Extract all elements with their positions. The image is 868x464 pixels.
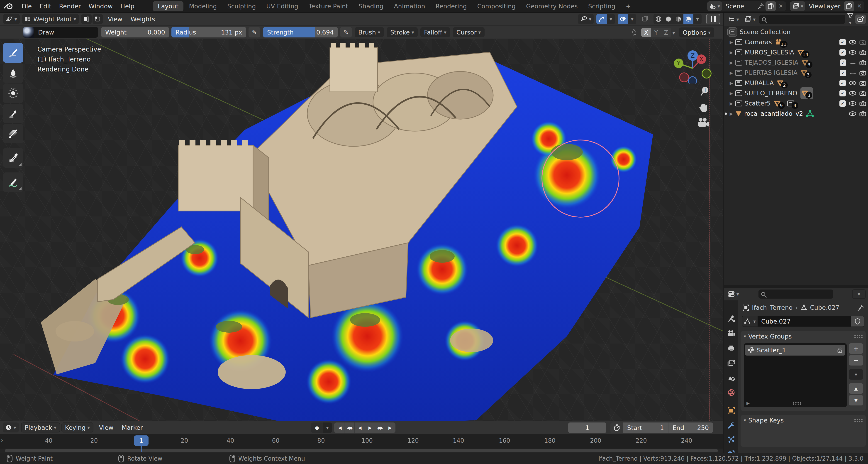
current-frame-field[interactable]: 1	[568, 423, 606, 433]
jump-to-end-button[interactable]: ▶|	[385, 423, 396, 433]
menu-window[interactable]: Window	[89, 3, 113, 10]
collection-checkbox[interactable]	[839, 80, 846, 86]
brush-thumbnail[interactable]	[23, 27, 34, 38]
enable-render-icon[interactable]	[859, 90, 866, 96]
shape-keys-panel-header[interactable]: ▾ Shape Keys	[741, 415, 866, 426]
tab-scene[interactable]	[726, 373, 736, 382]
mirror-x-toggle[interactable]: X	[641, 28, 651, 37]
hide-viewport-icon[interactable]	[849, 81, 856, 85]
vertex-group-item-scatter1[interactable]: Scatter_1	[745, 345, 845, 355]
tab-sculpting[interactable]: Sculpting	[222, 1, 261, 11]
disclosure-icon[interactable]: ▶	[727, 101, 735, 106]
scene-unlink-button[interactable]: ✕	[776, 1, 786, 11]
outliner-editor-type-button[interactable]	[726, 14, 741, 24]
jump-to-start-button[interactable]: |◀	[334, 423, 344, 433]
tab-object[interactable]	[726, 406, 736, 415]
mirror-y-toggle[interactable]: Y	[651, 28, 661, 37]
enable-render-icon[interactable]	[859, 80, 866, 86]
hide-viewport-icon[interactable]	[849, 101, 856, 106]
timeline-editor-type-button[interactable]	[3, 423, 19, 432]
shading-solid-button[interactable]	[663, 14, 674, 24]
tab-view-layer[interactable]	[726, 358, 736, 368]
enable-render-icon[interactable]	[859, 50, 866, 55]
tab-rendering[interactable]: Rendering	[431, 1, 472, 11]
properties-editor-type-button[interactable]	[726, 289, 740, 299]
viewport-canvas[interactable]: Camera Perspective (1) Ifach_Terreno Ren…	[0, 38, 723, 421]
next-keyframe-button[interactable]: ◆▶	[375, 423, 385, 433]
outliner-row-roca-acantilado[interactable]: ▶ roca_acantilado_v2	[724, 109, 868, 119]
tab-modeling[interactable]: Modeling	[184, 1, 222, 11]
panel-grip-icon[interactable]	[854, 335, 863, 338]
outliner-row-scene-collection[interactable]: Scene Collection	[724, 27, 868, 37]
tab-geometry-nodes[interactable]: Geometry Nodes	[521, 1, 583, 11]
vertex-groups-panel-header[interactable]: ▾ Vertex Groups	[741, 331, 866, 342]
breadcrumb-data-name[interactable]: Cube.027	[810, 304, 839, 311]
remove-vertex-group-button[interactable]: −	[849, 355, 863, 366]
play-button[interactable]: ▶	[365, 423, 375, 433]
collection-checkbox[interactable]	[839, 49, 846, 56]
timeline-marker-menu[interactable]: Marker	[122, 424, 143, 431]
strength-pressure-icon[interactable]: ✎	[340, 27, 352, 37]
collection-checkbox[interactable]	[839, 39, 846, 46]
shading-material-button[interactable]	[674, 14, 683, 24]
tab-world[interactable]	[726, 388, 736, 397]
menu-edit[interactable]: Edit	[39, 3, 51, 10]
pin-icon[interactable]	[858, 304, 864, 311]
hide-viewport-icon[interactable]	[849, 91, 856, 95]
collection-checkbox[interactable]	[839, 100, 846, 107]
xray-toggle[interactable]	[640, 14, 650, 24]
overlays-dropdown[interactable]	[628, 14, 636, 24]
tab-scripting[interactable]: Scripting	[583, 1, 620, 11]
gizmos-dropdown[interactable]	[607, 14, 615, 24]
preview-range-stopwatch-button[interactable]	[611, 423, 623, 433]
move-group-up-button[interactable]: ▲	[849, 383, 863, 394]
viewlayer-new-button[interactable]	[844, 1, 855, 11]
vertex-group-list[interactable]: Scatter_1 ▶	[744, 343, 847, 407]
radius-pressure-icon[interactable]: ✎	[249, 27, 260, 37]
stroke-panel-dropdown[interactable]: Stroke	[386, 27, 418, 37]
disclosure-icon[interactable]: ▶	[727, 50, 735, 55]
radius-slider[interactable]: Radius131 px	[172, 27, 246, 37]
tab-compositing[interactable]: Compositing	[472, 1, 521, 11]
tool-blur-button[interactable]	[3, 63, 23, 83]
strength-slider[interactable]: Strength0.694	[263, 27, 338, 37]
move-group-down-button[interactable]: ▼	[849, 395, 863, 405]
panel-grip-icon[interactable]	[854, 418, 863, 422]
tab-tool[interactable]	[726, 314, 736, 323]
options-dropdown[interactable]: Options	[679, 27, 714, 37]
outliner-row-muros-iglesia[interactable]: ▶ MUROS_IGLESIA 14	[724, 47, 868, 57]
hide-viewport-icon[interactable]	[849, 50, 856, 55]
tool-sample-weight-button[interactable]	[3, 148, 23, 168]
add-workspace-button[interactable]: +	[621, 1, 636, 11]
mesh-browse-button[interactable]	[742, 316, 757, 326]
tab-physics[interactable]	[726, 448, 736, 453]
timeline-expander-icon[interactable]: ›	[1, 437, 3, 443]
auto-key-record-button[interactable]: ●	[311, 423, 323, 433]
outliner-search-input[interactable]	[759, 15, 845, 24]
tab-render[interactable]	[726, 329, 736, 338]
viewlayer-remove-button[interactable]: ✕	[855, 1, 864, 11]
vertex-group-specials-button[interactable]	[849, 369, 863, 380]
disclosure-icon[interactable]: ▶	[727, 81, 735, 86]
tab-particles[interactable]	[726, 435, 736, 444]
enable-render-icon[interactable]	[859, 60, 866, 65]
weights-menu[interactable]: Weights	[131, 16, 155, 23]
shading-dropdown[interactable]	[693, 14, 702, 24]
enable-render-icon[interactable]	[859, 111, 866, 116]
current-frame-badge[interactable]: 1	[134, 435, 149, 446]
blender-logo-icon[interactable]	[4, 2, 13, 10]
tool-smear-button[interactable]	[3, 104, 23, 123]
disclosure-icon[interactable]: ▶	[727, 91, 735, 96]
auto-key-dropdown[interactable]	[323, 423, 332, 433]
editor-type-button[interactable]	[3, 14, 20, 24]
enable-render-icon[interactable]	[859, 70, 866, 76]
falloff-panel-dropdown[interactable]: Falloff	[421, 27, 450, 37]
list-resize-grip[interactable]	[793, 401, 801, 405]
menu-file[interactable]: File	[22, 3, 32, 10]
tab-shading[interactable]: Shading	[353, 1, 389, 11]
outliner-row-puertas-iglesia[interactable]: ▶ PUERTAS IGLESIA 3	[724, 68, 868, 78]
hide-viewport-icon[interactable]	[849, 111, 856, 116]
outliner-row-muralla[interactable]: ▶ MURALLA 2	[724, 78, 868, 88]
disclosure-icon[interactable]: ▶	[727, 70, 735, 75]
mesh-name-field[interactable]: Cube.027	[757, 316, 851, 326]
